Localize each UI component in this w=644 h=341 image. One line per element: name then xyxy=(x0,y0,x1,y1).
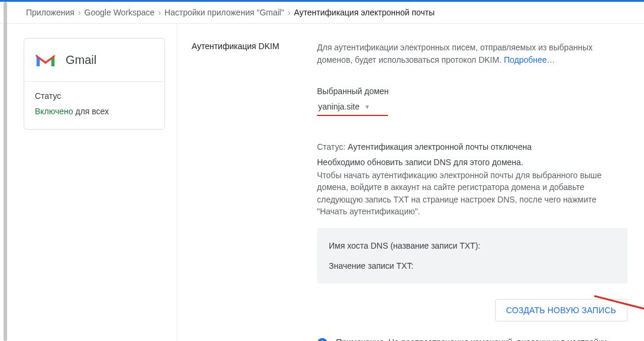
app-card: Gmail Статус Включено для всех xyxy=(24,38,165,130)
domain-selected-value: yaninja.site xyxy=(318,102,360,111)
info-icon: i xyxy=(317,338,328,341)
learn-more-link[interactable]: Подробнее… xyxy=(504,55,555,65)
auth-status: Статус: Аутентификация электронной почты… xyxy=(317,142,627,152)
domain-field-label: Выбранный домен xyxy=(317,86,627,96)
breadcrumb-link-gmail-settings[interactable]: Настройки приложения "Gmail" xyxy=(164,8,284,17)
chevron-right-icon: › xyxy=(287,8,290,17)
section-title: Аутентификация DKIM xyxy=(192,41,298,341)
breadcrumb: Приложения › Google Workspace › Настройк… xyxy=(0,2,644,24)
create-record-button[interactable]: СОЗДАТЬ НОВУЮ ЗАПИСЬ xyxy=(495,299,627,321)
chevron-down-icon: ▼ xyxy=(364,104,370,110)
gmail-icon xyxy=(35,52,56,68)
sidebar: Gmail Статус Включено для всех xyxy=(0,24,177,341)
app-name: Gmail xyxy=(66,53,96,67)
breadcrumb-link-apps[interactable]: Приложения xyxy=(26,8,75,17)
chevron-right-icon: › xyxy=(158,8,161,17)
domain-underline xyxy=(317,115,388,116)
dns-heading: Необходимо обновить записи DNS для этого… xyxy=(317,157,627,167)
dns-host-label: Имя хоста DNS (название записи TXT): xyxy=(329,241,616,250)
breadcrumb-current: Аутентификация электронной почты xyxy=(294,8,435,17)
status-label: Статус xyxy=(35,91,154,101)
section-description: Для аутентификации электронных писем, от… xyxy=(317,41,627,66)
left-scroll-indicator xyxy=(4,2,7,341)
breadcrumb-link-workspace[interactable]: Google Workspace xyxy=(85,8,155,17)
dns-value-label: Значение записи TXT: xyxy=(329,261,616,271)
status-value-scope: для всех xyxy=(73,107,109,116)
domain-select[interactable]: yaninja.site ▼ xyxy=(317,99,371,114)
main-content: Аутентификация DKIM Для аутентификации э… xyxy=(177,24,644,341)
dns-record-box: Имя хоста DNS (название записи TXT): Зна… xyxy=(317,228,627,284)
propagation-note: i Примечание. На распространение изменен… xyxy=(317,337,627,341)
dns-instructions: Чтобы начать аутентификацию электронной … xyxy=(317,169,627,217)
status-value-on: Включено xyxy=(35,107,73,116)
chevron-right-icon: › xyxy=(78,8,81,17)
